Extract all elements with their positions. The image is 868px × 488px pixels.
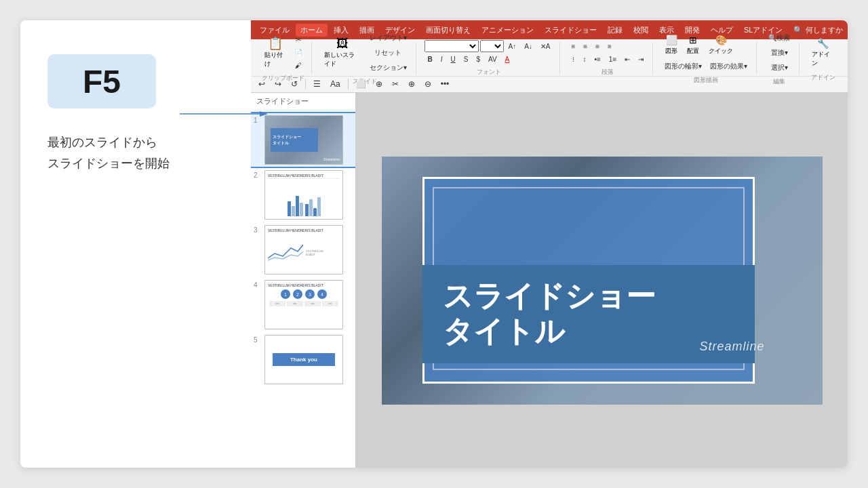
section-button[interactable]: セクション▾ [366, 61, 410, 75]
menu-review[interactable]: 校閲 [629, 24, 653, 37]
menu-animation[interactable]: アニメーション [477, 24, 538, 37]
crop-button[interactable]: ✂ [389, 77, 402, 91]
indent-decrease-button[interactable]: ⇤ [621, 54, 633, 65]
main-slide: スライドショー タイトル Streamline [382, 157, 823, 405]
clear-format-button[interactable]: ✕A [537, 41, 554, 52]
slide-thumb-1: スライドショー タイトル Streamline [264, 115, 343, 165]
align-right-button[interactable]: ≡ [592, 41, 603, 52]
font-size-select[interactable] [480, 40, 504, 52]
redo-button[interactable]: ↪ [271, 77, 285, 91]
replace-button[interactable]: 置換▾ [768, 46, 791, 60]
slide-item-1[interactable]: 1 スライドショー タイトル Streamline [251, 113, 355, 167]
new-slide-button[interactable]: 🖼 新しいスライド [320, 35, 364, 71]
bullet-toolbar-button[interactable]: ☰ [310, 77, 324, 91]
shape-outline-button[interactable]: 図形の輪郭▾ [661, 60, 705, 73]
thumb4-icon-4: 4 [317, 289, 327, 299]
indent-increase-button[interactable]: ⇥ [635, 54, 647, 65]
bullet-button[interactable]: •≡ [591, 54, 604, 65]
menu-search[interactable]: 🔍 何しますか [789, 24, 847, 37]
shapes-label: 図形描画 [694, 76, 718, 85]
layout-button[interactable]: レイアウト▾ [366, 31, 410, 45]
align-center-button[interactable]: ≡ [580, 41, 591, 52]
ribbon-group-addin: 🔧 アドイン アドイン [802, 42, 844, 75]
ribbon-row1: 📋 貼り付け ✂ 📄 🖌 クリップボード 🖼 [251, 39, 848, 76]
strikethrough-button[interactable]: S [460, 54, 472, 65]
zoom-out-button[interactable]: ⊖ [421, 77, 435, 91]
paragraph-label: 段落 [601, 68, 614, 77]
f5-key-label: F5 [83, 63, 121, 100]
number-button[interactable]: 1≡ [606, 54, 620, 65]
slide-item-3[interactable]: 3 VESTIBULUM HENDRERIS BLADIT [251, 223, 355, 277]
thumb4-icon-3: 3 [305, 289, 315, 299]
zoom-in-button[interactable]: ⊕ [405, 77, 418, 91]
addin-button[interactable]: 🔧 アドイン [808, 35, 838, 70]
thumb4-icon-2: 2 [293, 289, 302, 299]
ribbon-group-font: A↑ A↓ ✕A B I U S $ AV A [419, 42, 560, 75]
slide-num-5: 5 [254, 336, 262, 344]
quick-style-button[interactable]: 🎨 クイック [705, 32, 737, 58]
font-family-select[interactable] [425, 40, 479, 52]
slide-num-4: 4 [254, 281, 262, 289]
cut-button[interactable]: ✂ [291, 34, 306, 45]
undo-button[interactable]: ↩ [255, 77, 269, 91]
select-button[interactable]: 選択▾ [768, 61, 791, 75]
slide-item-4[interactable]: 4 VESTIBULUM HENDRERIS BLADIT 1 2 3 4 te… [251, 278, 355, 331]
menu-transition[interactable]: 画面切り替え [421, 24, 475, 37]
justify-button[interactable]: ≡ [604, 41, 615, 52]
more-tools-button[interactable]: ••• [437, 77, 453, 91]
addin-label: アドイン [811, 73, 835, 82]
main-title-line1: スライドショー [443, 279, 734, 314]
slide-item-5[interactable]: 5 Thank you [251, 333, 355, 386]
slide-item-2[interactable]: 2 VESTIBULUM HENDRERIS BLADIT [251, 168, 355, 222]
copy-button[interactable]: 📄 [291, 47, 306, 58]
format-toolbar-button[interactable]: Aa [327, 77, 344, 91]
slide-thumb-4: VESTIBULUM HENDRERIS BLADIT 1 2 3 4 text… [264, 280, 343, 329]
font-color-button[interactable]: A [502, 54, 513, 65]
hint-line2: スライドショーを開始 [47, 153, 231, 174]
arrange-button[interactable]: ⊞ 配置 [683, 32, 703, 58]
shadow-button[interactable]: $ [473, 54, 484, 65]
format-paint-button[interactable]: 🖌 [291, 60, 306, 71]
slide-num-1: 1 [254, 117, 262, 124]
slide-num-3: 3 [254, 226, 262, 234]
menu-slideshow[interactable]: スライドショー [540, 24, 601, 37]
hint-arrow-icon [180, 104, 268, 115]
paste-button[interactable]: 📋 貼り付け [260, 35, 290, 71]
main-card: F5 最初のスライドから スライドショーを開始 ファイル ホーム 挿入 描画 デ… [20, 20, 848, 468]
hint-line1: 最初のスライドから [47, 132, 231, 153]
line-spacing-button[interactable]: ↕ [580, 54, 590, 65]
ribbon-group-slide: 🖼 新しいスライド レイアウト▾ リセット セクション▾ スライド [315, 42, 416, 75]
italic-button[interactable]: I [437, 54, 446, 65]
slide-area: スライドショー 1 スライドショー タイトル Streamline [251, 93, 848, 468]
slide-panel: スライドショー 1 スライドショー タイトル Streamline [251, 93, 356, 468]
edit-label: 編集 [773, 77, 785, 86]
snap-button[interactable]: ⊕ [372, 77, 386, 91]
slide-num-2: 2 [254, 171, 262, 179]
bold-button[interactable]: B [425, 54, 436, 65]
thankyou-label: Thank you [290, 357, 317, 363]
char-spacing-button[interactable]: AV [485, 54, 500, 65]
hint-description: 最初のスライドから スライドショーを開始 [47, 132, 231, 174]
font-label: フォント [477, 68, 501, 77]
reset-button[interactable]: リセット [366, 46, 410, 60]
shapes-toolbar-button[interactable]: ⬜ [353, 77, 370, 91]
find-button[interactable]: 🔍検索 [765, 31, 793, 45]
main-title-line2: タイトル [443, 314, 734, 350]
underline-button[interactable]: U [448, 54, 459, 65]
shape-button[interactable]: ⬜ 図形 [661, 32, 682, 58]
slide-thumb-2: VESTIBULUM HENDRERIS BLADIT [264, 170, 343, 220]
ribbon-group-edit: 🔍検索 置換▾ 選択▾ 編集 [760, 42, 800, 75]
thumb4-icon-1: 1 [281, 289, 290, 299]
column-button[interactable]: ⫶ [568, 54, 578, 65]
ribbon-group-clipboard: 📋 貼り付け ✂ 📄 🖌 クリップボード [255, 42, 312, 75]
ribbon: 📋 貼り付け ✂ 📄 🖌 クリップボード 🖼 [251, 39, 848, 93]
align-left-button[interactable]: ≡ [568, 41, 579, 52]
menu-record[interactable]: 記録 [603, 24, 627, 37]
repeat-button[interactable]: ↺ [288, 77, 301, 91]
slide-thumb-3: VESTIBULUM HENDRERIS BLADIT VESTIBULUMBL… [264, 225, 343, 274]
font-shrink-button[interactable]: A↓ [521, 41, 536, 52]
slide-list: 1 スライドショー タイトル Streamline 2 [251, 110, 355, 389]
font-grow-button[interactable]: A↑ [505, 41, 520, 52]
ribbon-group-paragraph: ≡ ≡ ≡ ≡ ⫶ ↕ •≡ 1≡ ⇤ ⇥ [563, 42, 654, 75]
shape-effect-button[interactable]: 図形の効果▾ [707, 60, 751, 73]
